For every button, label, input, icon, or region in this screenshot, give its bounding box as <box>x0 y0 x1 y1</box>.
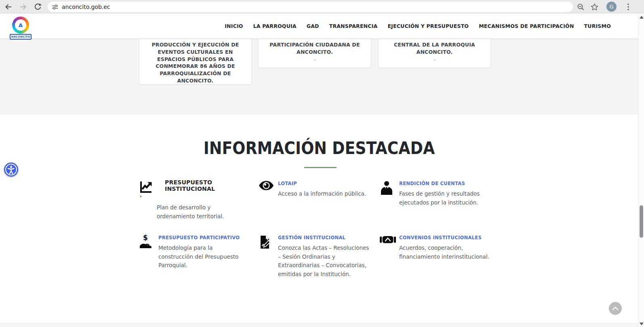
url-bar[interactable]: anconcito.gob.ec <box>48 2 573 12</box>
back-button[interactable] <box>3 2 14 12</box>
forward-arrow-icon <box>19 3 27 11</box>
scrollbar-down-arrow[interactable] <box>640 323 644 325</box>
zoom-out-icon <box>577 3 585 11</box>
scrollbar[interactable] <box>638 13 644 327</box>
news-card[interactable]: CENTRAL DE LA PARROQUIA ANCONCITO. – <box>378 38 491 68</box>
featured-item: GESTIÓN INSTITUCIONAL Conozca las Actas … <box>259 233 370 278</box>
reload-icon <box>34 3 42 11</box>
featured-item-text: Fases de gestión y resultados ejecutados… <box>399 190 501 207</box>
browser-menu-button[interactable] <box>623 2 633 12</box>
news-card-title: CENTRAL DE LA PARROQUIA ANCONCITO. <box>379 39 490 56</box>
svg-text:$: $ <box>143 234 148 242</box>
next-section-strip <box>0 323 638 327</box>
eye-icon[interactable] <box>259 180 274 192</box>
chevron-up-icon <box>612 306 619 310</box>
news-card[interactable]: PRODUCCIÓN Y EJECUCIÓN DE EVENTOS CULTUR… <box>139 38 252 84</box>
featured-item: LOTAIP Acceso a la información pública. <box>259 179 380 198</box>
scroll-to-top-button[interactable] <box>609 302 622 315</box>
featured-item-text: Acuerdos, cooperación, financiamiento in… <box>399 244 498 261</box>
nav-item-gad[interactable]: GAD <box>307 23 319 29</box>
section-heading: INFORMACIÓN DESTACADA <box>32 138 606 158</box>
featured-item-link[interactable]: RENDICIÓN DE CUENTAS <box>399 181 465 186</box>
featured-item-text: Metodología para la construcción del Pre… <box>158 244 248 270</box>
three-dots-icon <box>627 3 629 11</box>
scrollbar-up-arrow[interactable] <box>640 16 644 19</box>
forward-button[interactable] <box>18 2 28 12</box>
profile-avatar[interactable]: G <box>606 2 617 12</box>
nav-item-la-parroquia[interactable]: LA PARROQUIA <box>253 23 297 29</box>
featured-item: RENDICIÓN DE CUENTAS Fases de gestión y … <box>380 179 501 207</box>
site-header: A ANCONCITO INICIO LA PARROQUIA GAD TRAN… <box>0 13 638 38</box>
featured-item: a PRESUPUESTO INSTITUCIONAL Plan de desa… <box>139 179 252 221</box>
nav-item-inicio[interactable]: INICIO <box>225 23 243 29</box>
news-card-meta: – <box>259 57 371 63</box>
featured-item-link[interactable]: PRESUPUESTO PARTICIPATIVO <box>158 235 240 241</box>
reload-button[interactable] <box>32 2 43 12</box>
star-icon <box>591 3 598 11</box>
zoom-out-button[interactable] <box>575 2 586 12</box>
nav-item-ejecucion-y-presupuesto[interactable]: EJECUCIÓN Y PRESUPUESTO <box>387 23 469 29</box>
nav-item-turismo[interactable]: TURISMO <box>584 23 611 29</box>
nav-item-mecanismos-de-participacion[interactable]: MECANISMOS DE PARTICIPACIÓN <box>479 23 574 29</box>
featured-item-link[interactable]: LOTAIP <box>278 181 297 186</box>
featured-item-link[interactable]: GESTIÓN INSTITUCIONAL <box>278 235 345 241</box>
featured-item-link[interactable]: CONVENIOS INSTITUCIONALES <box>399 235 482 241</box>
logo-wordmark: ANCONCITO <box>10 34 32 40</box>
featured-item: $ PRESUPUESTO PARTICIPATIVO Metodología … <box>139 233 252 270</box>
logo-letter: A <box>19 22 23 28</box>
accessibility-button[interactable] <box>4 162 18 177</box>
news-card-meta: – <box>379 57 490 63</box>
back-arrow-icon <box>4 3 13 11</box>
site-settings-icon[interactable] <box>52 4 58 10</box>
line-chart-icon[interactable] <box>139 180 153 196</box>
document-pen-icon[interactable] <box>259 234 272 251</box>
news-card-title: PARTICIPACIÓN CIUDADANA DE ANCONCITO. <box>259 39 371 56</box>
featured-item: CONVENIOS INSTITUCIONALES Acuerdos, coop… <box>380 233 505 261</box>
browser-toolbar: anconcito.gob.ec G <box>0 0 644 13</box>
avatar-letter: G <box>609 4 613 10</box>
news-card[interactable]: PARTICIPACIÓN CIUDADANA DE ANCONCITO. – <box>258 38 371 68</box>
icon-caption: a <box>140 195 141 198</box>
hand-dollar-icon[interactable]: $ <box>139 234 153 251</box>
nav-item-transparencia[interactable]: TRANSPARENCIA <box>329 23 378 29</box>
news-card-title: PRODUCCIÓN Y EJECUCIÓN DE EVENTOS CULTUR… <box>139 39 251 84</box>
logo-emblem-icon: A <box>12 17 29 34</box>
handshake-icon[interactable] <box>380 234 396 247</box>
businessman-icon[interactable] <box>380 180 394 197</box>
url-text: anconcito.gob.ec <box>62 4 110 10</box>
main-navigation: INICIO LA PARROQUIA GAD TRANSPARENCIA EJ… <box>225 13 611 38</box>
featured-item-text: Plan de desarrollo y ordenamiento territ… <box>157 203 242 221</box>
featured-item-link[interactable]: PRESUPUESTO INSTITUCIONAL <box>165 179 252 192</box>
featured-item-text: Conozca las Actas – Resoluciones – Sesió… <box>278 244 372 278</box>
accessibility-icon <box>4 162 18 177</box>
news-section: PRODUCCIÓN Y EJECUCIÓN DE EVENTOS CULTUR… <box>0 38 638 114</box>
bookmark-button[interactable] <box>589 2 600 12</box>
site-logo[interactable]: A ANCONCITO <box>10 17 32 40</box>
heading-divider <box>304 167 337 168</box>
scrollbar-thumb[interactable] <box>640 205 643 238</box>
featured-item-text: Acceso a la información pública. <box>278 190 375 198</box>
